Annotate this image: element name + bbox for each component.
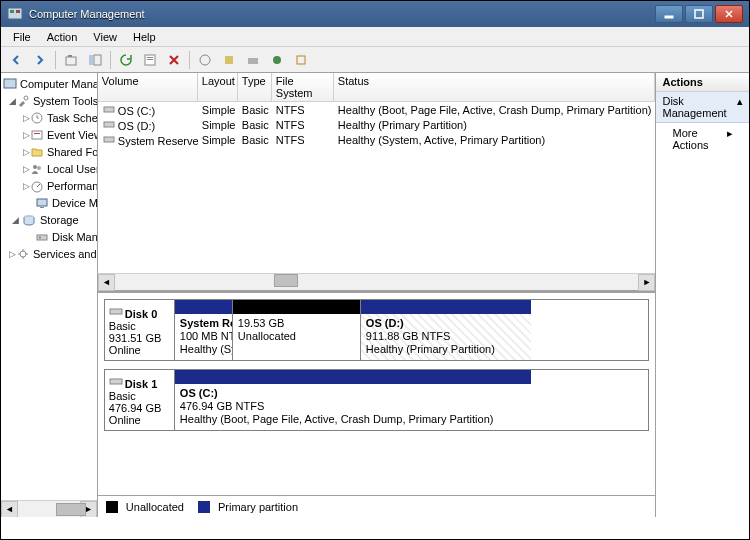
volume-list: Volume Layout Type File System Status OS… [98,73,656,290]
volume-scrollbar[interactable]: ◄► [98,273,656,290]
legend-swatch-unallocated [106,501,118,513]
tree-performance[interactable]: ▷ Performance [1,177,97,194]
tree-services-apps[interactable]: ▷ Services and Applications [1,245,97,262]
forward-button[interactable] [29,49,51,71]
svg-point-18 [24,96,28,100]
partition[interactable]: OS (C:)476.94 GB NTFSHealthy (Boot, Page… [175,370,531,430]
svg-rect-35 [110,379,122,384]
tree-root[interactable]: Computer Management (Local) [1,75,97,92]
window-title: Computer Management [29,8,655,20]
refresh-button[interactable] [115,49,137,71]
disk-block: Disk 1Basic476.94 GBOnlineOS (C:)476.94 … [104,369,650,431]
expand-icon[interactable]: ▷ [9,249,16,259]
col-filesystem[interactable]: File System [272,73,334,101]
event-icon [30,127,44,143]
svg-rect-32 [104,122,114,127]
col-status[interactable]: Status [334,73,656,101]
expand-icon[interactable]: ▷ [23,130,30,140]
volume-row[interactable]: OS (D:)SimpleBasicNTFSHealthy (Primary P… [98,117,656,132]
col-volume[interactable]: Volume [98,73,198,101]
toolbar-icon-3[interactable] [242,49,264,71]
minimize-button[interactable] [655,5,683,23]
actions-more[interactable]: More Actions ▸ [656,123,749,155]
menu-view[interactable]: View [85,29,125,45]
expand-icon[interactable]: ▷ [23,164,30,174]
toolbar-icon-2[interactable] [218,49,240,71]
menu-help[interactable]: Help [125,29,164,45]
toolbar-icon-4[interactable] [266,49,288,71]
svg-rect-7 [89,55,93,65]
users-icon [30,161,44,177]
properties-button[interactable] [139,49,161,71]
collapse-icon[interactable]: ◢ [9,215,21,225]
tree-shared-folders[interactable]: ▷ Shared Folders [1,143,97,160]
svg-point-30 [20,251,26,257]
svg-rect-6 [68,55,72,57]
tree-event-viewer[interactable]: ▷ Event Viewer [1,126,97,143]
maximize-button[interactable] [685,5,713,23]
col-layout[interactable]: Layout [198,73,238,101]
partition-bar [233,300,360,314]
legend-primary: Primary partition [218,501,298,513]
tree-storage[interactable]: ◢ Storage [1,211,97,228]
svg-point-22 [33,165,37,169]
volume-row[interactable]: System Reserved (F:)SimpleBasicNTFSHealt… [98,132,656,147]
up-button[interactable] [60,49,82,71]
app-icon [7,6,23,22]
tree-label: Local Users and Groups [47,163,98,175]
actions-section[interactable]: Disk Management ▴ [656,92,749,123]
partition[interactable]: System Res100 MB NTFSHealthy (System [175,300,233,360]
svg-rect-4 [695,10,703,18]
expand-icon[interactable]: ▷ [23,181,30,191]
expand-icon[interactable]: ▷ [23,113,30,123]
svg-rect-28 [37,235,47,240]
expand-icon[interactable]: ▷ [23,147,30,157]
legend: Unallocated Primary partition [98,495,656,517]
svg-rect-21 [34,133,40,134]
tree-label: Device Manager [52,197,98,209]
partition-bar [175,370,531,384]
svg-rect-34 [110,309,122,314]
tree-system-tools[interactable]: ◢ System Tools [1,92,97,109]
collapse-icon: ▴ [737,95,743,119]
partition[interactable]: OS (D:)911.88 GB NTFSHealthy (Primary Pa… [361,300,531,360]
storage-icon [21,212,37,228]
partition[interactable]: 19.53 GBUnallocated [233,300,361,360]
computer-icon [3,76,17,92]
svg-rect-16 [297,56,305,64]
show-hide-tree-button[interactable] [84,49,106,71]
tree-device-manager[interactable]: Device Manager [1,194,97,211]
disk-info[interactable]: Disk 0Basic931.51 GBOnline [105,300,175,360]
tree-label: Disk Management [52,231,98,243]
collapse-icon[interactable]: ◢ [9,96,16,106]
clock-icon [30,110,44,126]
actions-section-label: Disk Management [662,95,737,119]
tools-icon [16,93,30,109]
volume-row[interactable]: OS (C:)SimpleBasicNTFSHealthy (Boot, Pag… [98,102,656,117]
toolbar-icon-5[interactable] [290,49,312,71]
close-button[interactable] [715,5,743,23]
svg-rect-1 [10,10,14,13]
tree-local-users[interactable]: ▷ Local Users and Groups [1,160,97,177]
drive-icon [102,132,116,146]
drive-icon [102,102,116,116]
delete-button[interactable] [163,49,185,71]
back-button[interactable] [5,49,27,71]
disk-info[interactable]: Disk 1Basic476.94 GBOnline [105,370,175,430]
tree-label: Services and Applications [33,248,98,260]
svg-rect-8 [94,55,101,65]
tree-scrollbar[interactable]: ◄► [1,500,97,517]
menu-action[interactable]: Action [39,29,86,45]
tree-label: Task Scheduler [47,112,98,124]
disk-icon [35,229,49,245]
svg-rect-26 [40,207,44,208]
menu-file[interactable]: File [5,29,39,45]
toolbar-icon-1[interactable] [194,49,216,71]
svg-rect-13 [225,56,233,64]
col-type[interactable]: Type [238,73,272,101]
svg-rect-25 [37,199,47,206]
actions-more-label: More Actions [672,127,727,151]
tree-task-scheduler[interactable]: ▷ Task Scheduler [1,109,97,126]
performance-icon [30,178,44,194]
tree-disk-management[interactable]: Disk Management [1,228,97,245]
